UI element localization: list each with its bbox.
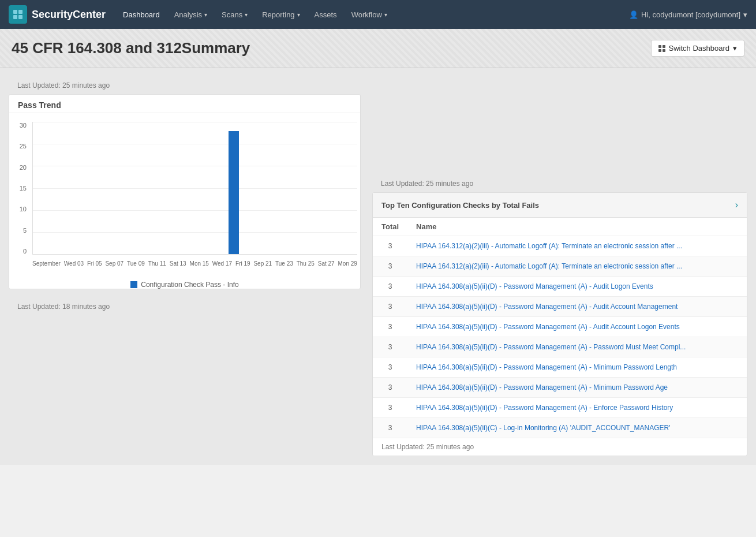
nav-item-reporting[interactable]: Reporting ▾ — [256, 8, 305, 22]
nav-menu: Dashboard Analysis ▾ Scans ▾ Reporting ▾… — [117, 8, 629, 22]
row-total: 3 — [373, 418, 407, 438]
grid-line-10 — [33, 210, 357, 211]
top-ten-expand-icon[interactable]: › — [735, 200, 738, 210]
nav-item-analysis[interactable]: Analysis ▾ — [169, 8, 213, 22]
chart-y-axis: 30 25 20 15 10 5 0 — [9, 122, 29, 255]
nav-link-analysis[interactable]: Analysis ▾ — [169, 8, 213, 22]
legend-label: Configuration Check Pass - Info — [141, 281, 238, 289]
row-name[interactable]: HIPAA 164.308(a)(5)(ii)(D) - Password Ma… — [407, 277, 747, 297]
page-title: 45 CFR 164.308 and 312Summary — [12, 39, 250, 57]
chart-plot — [32, 122, 357, 255]
main-content: Last Updated: 25 minutes ago Pass Trend … — [0, 68, 756, 465]
left-panel: Last Updated: 25 minutes ago Pass Trend … — [0, 68, 369, 465]
x-label-sep: September — [32, 260, 61, 267]
svg-rect-0 — [13, 10, 17, 14]
x-label-tue23: Tue 23 — [275, 260, 293, 267]
workflow-caret-icon: ▾ — [384, 12, 387, 18]
row-name[interactable]: HIPAA 164.308(a)(5)(ii)(D) - Password Ma… — [407, 337, 747, 357]
y-label-10: 10 — [20, 206, 27, 212]
table-row: 3HIPAA 164.308(a)(5)(ii)(D) - Password M… — [373, 277, 747, 297]
row-name[interactable]: HIPAA 164.308(a)(5)(ii)(D) - Password Ma… — [407, 317, 747, 337]
brand-logo[interactable]: SecurityCenter — [9, 5, 106, 24]
right-panel: Last Updated: 25 minutes ago Top Ten Con… — [369, 68, 756, 465]
user-menu[interactable]: 👤 Hi, codydumont [codydumont] ▾ — [629, 10, 747, 19]
row-total: 3 — [373, 256, 407, 277]
table-row: 3HIPAA 164.308(a)(5)(ii)(C) - Log-in Mon… — [373, 418, 747, 438]
x-label-sep07: Sep 07 — [105, 260, 123, 267]
top-ten-last-updated-top: Last Updated: 25 minutes ago — [372, 175, 747, 192]
row-total: 3 — [373, 378, 407, 398]
top-ten-table: Total Name 3HIPAA 164.312(a)(2)(iii) - A… — [373, 218, 747, 438]
row-name[interactable]: HIPAA 164.308(a)(5)(ii)(D) - Password Ma… — [407, 357, 747, 378]
svg-rect-1 — [18, 10, 23, 14]
table-row: 3HIPAA 164.308(a)(5)(ii)(D) - Password M… — [373, 297, 747, 317]
y-label-25: 25 — [20, 143, 27, 150]
table-row: 3HIPAA 164.308(a)(5)(ii)(D) - Password M… — [373, 337, 747, 357]
table-row: 3HIPAA 164.308(a)(5)(ii)(D) - Password M… — [373, 317, 747, 337]
nav-link-scans[interactable]: Scans ▾ — [216, 8, 253, 22]
table-row: 3HIPAA 164.312(a)(2)(iii) - Automatic Lo… — [373, 256, 747, 277]
reporting-caret-icon: ▾ — [297, 12, 300, 18]
user-caret-icon: ▾ — [743, 10, 747, 19]
switch-dashboard-button[interactable]: Switch Dashboard ▾ — [651, 40, 745, 57]
user-icon: 👤 — [629, 10, 638, 19]
x-label-wed03: Wed 03 — [64, 260, 84, 267]
row-name[interactable]: HIPAA 164.308(a)(5)(ii)(D) - Password Ma… — [407, 378, 747, 398]
x-label-mon29: Mon 29 — [338, 260, 357, 267]
pass-trend-last-updated-top: Last Updated: 25 minutes ago — [9, 77, 361, 94]
x-label-wed17: Wed 17 — [212, 260, 232, 267]
row-total: 3 — [373, 357, 407, 378]
right-top-empty — [372, 77, 747, 175]
top-ten-title: Top Ten Configuration Checks by Total Fa… — [381, 201, 539, 210]
y-label-30: 30 — [20, 122, 27, 129]
row-name[interactable]: HIPAA 164.308(a)(5)(ii)(D) - Password Ma… — [407, 297, 747, 317]
brand-name: SecurityCenter — [32, 9, 106, 21]
grid-line-5 — [33, 232, 357, 233]
chart-x-axis: September Wed 03 Fri 05 Sep 07 Tue 09 Th… — [32, 258, 357, 278]
row-name[interactable]: HIPAA 164.308(a)(5)(ii)(C) - Log-in Moni… — [407, 418, 747, 438]
nav-item-dashboard[interactable]: Dashboard — [117, 8, 166, 22]
svg-rect-2 — [13, 15, 17, 19]
nav-link-workflow[interactable]: Workflow ▾ — [346, 8, 393, 22]
analysis-caret-icon: ▾ — [204, 12, 207, 18]
x-label-mon15: Mon 15 — [190, 260, 209, 267]
chart-bar — [229, 131, 239, 254]
pass-trend-card: Pass Trend 30 25 20 15 10 5 0 — [9, 94, 361, 289]
user-greeting: Hi, codydumont [codydumont] — [641, 10, 740, 19]
top-ten-last-updated-bottom: Last Updated: 25 minutes ago — [373, 438, 747, 456]
svg-rect-3 — [18, 15, 23, 19]
brand-icon — [9, 5, 27, 24]
table-row: 3HIPAA 164.308(a)(5)(ii)(D) - Password M… — [373, 398, 747, 418]
x-label-sat27: Sat 27 — [318, 260, 335, 267]
pass-trend-title: Pass Trend — [9, 95, 360, 113]
table-row: 3HIPAA 164.308(a)(5)(ii)(D) - Password M… — [373, 357, 747, 378]
top-ten-card: Top Ten Configuration Checks by Total Fa… — [372, 192, 747, 456]
x-label-fri05: Fri 05 — [87, 260, 102, 267]
top-ten-header: Top Ten Configuration Checks by Total Fa… — [373, 193, 747, 218]
nav-item-assets[interactable]: Assets — [309, 8, 343, 22]
nav-item-workflow[interactable]: Workflow ▾ — [346, 8, 393, 22]
row-total: 3 — [373, 317, 407, 337]
row-name[interactable]: HIPAA 164.312(a)(2)(iii) - Automatic Log… — [407, 236, 747, 256]
nav-item-scans[interactable]: Scans ▾ — [216, 8, 253, 22]
nav-link-dashboard[interactable]: Dashboard — [117, 8, 166, 22]
table-row: 3HIPAA 164.312(a)(2)(iii) - Automatic Lo… — [373, 236, 747, 256]
x-label-fri19: Fri 19 — [235, 260, 250, 267]
nav-link-assets[interactable]: Assets — [309, 8, 343, 22]
x-label-thu11: Thu 11 — [148, 260, 166, 267]
grid-line-20 — [33, 166, 357, 166]
row-name[interactable]: HIPAA 164.312(a)(2)(iii) - Automatic Log… — [407, 256, 747, 277]
scans-caret-icon: ▾ — [245, 12, 248, 18]
row-total: 3 — [373, 398, 407, 418]
row-total: 3 — [373, 236, 407, 256]
x-label-tue09: Tue 09 — [127, 260, 145, 267]
page-header: 45 CFR 164.308 and 312Summary Switch Das… — [0, 29, 756, 68]
chart-legend: Configuration Check Pass - Info — [9, 281, 360, 289]
col-header-total: Total — [373, 218, 407, 236]
nav-link-reporting[interactable]: Reporting ▾ — [256, 8, 305, 22]
table-row: 3HIPAA 164.308(a)(5)(ii)(D) - Password M… — [373, 378, 747, 398]
row-total: 3 — [373, 337, 407, 357]
row-name[interactable]: HIPAA 164.308(a)(5)(ii)(D) - Password Ma… — [407, 398, 747, 418]
switch-dashboard-caret-icon: ▾ — [733, 44, 737, 53]
grid-line-15 — [33, 188, 357, 189]
